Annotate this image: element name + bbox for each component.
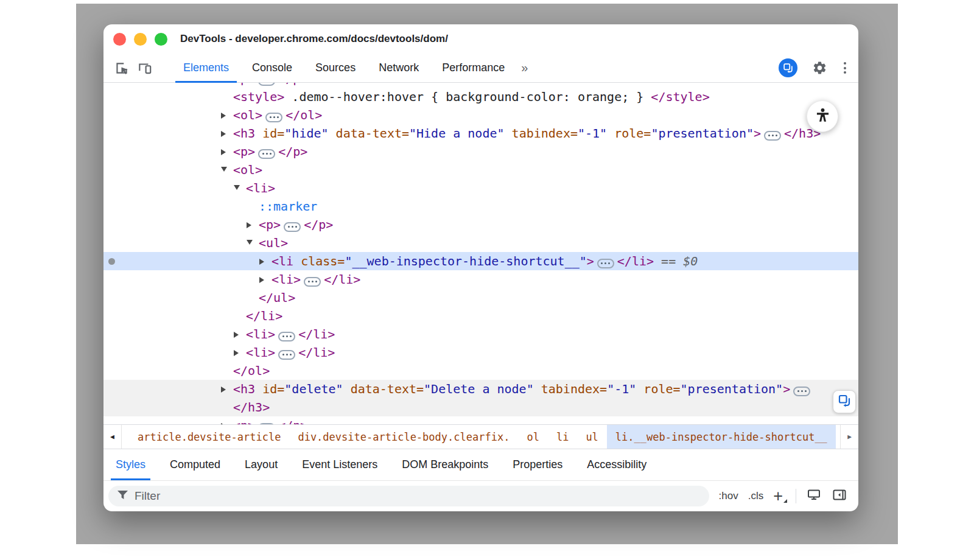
inspect-element-icon[interactable] <box>112 58 131 78</box>
dom-tree-node[interactable]: <li></li> <box>103 343 858 362</box>
more-options-icon[interactable] <box>841 60 849 76</box>
zoom-window-button[interactable] <box>155 33 167 46</box>
tab-styles[interactable]: Styles <box>103 449 158 480</box>
tab-properties[interactable]: Properties <box>500 449 575 480</box>
dom-tree-node[interactable]: <p></p> <box>103 142 858 161</box>
inline-expand-icon[interactable] <box>278 332 295 341</box>
tab-dom-breakpoints[interactable]: DOM Breakpoints <box>390 449 500 480</box>
code-token-val: "__web-inspector-hide-shortcut__" <box>345 254 586 268</box>
code-token-val: "-1" <box>578 126 607 141</box>
breadcrumb-item[interactable]: ul <box>577 425 606 449</box>
breadcrumb-item[interactable]: article.devsite-article <box>129 425 289 449</box>
breadcrumb-scroll-left-icon[interactable]: ◀ <box>103 425 122 449</box>
tab-elements[interactable]: Elements <box>172 54 240 82</box>
dom-tree-node[interactable]: <ul> <box>103 234 858 252</box>
dom-tree-node[interactable]: <h3 id="hide" data-text="Hide a node" ta… <box>103 124 858 142</box>
breadcrumb-item[interactable]: li.__web-inspector-hide-shortcut__ <box>607 425 836 449</box>
code-token-tag: </p> <box>278 83 307 86</box>
inline-expand-icon[interactable] <box>278 350 295 360</box>
inline-expand-icon[interactable] <box>597 259 614 268</box>
dom-tree-node[interactable]: <p></p> <box>103 83 858 88</box>
accessibility-fab[interactable] <box>807 100 838 132</box>
dom-tree-node[interactable]: <li class="__web-inspector-hide-shortcut… <box>103 252 858 270</box>
inline-expand-icon[interactable] <box>265 113 282 122</box>
collapse-arrow-icon[interactable] <box>234 179 246 197</box>
expand-arrow-icon[interactable] <box>234 343 246 362</box>
inline-expand-icon[interactable] <box>284 222 301 232</box>
dom-tree-node[interactable]: <h3 id="delete" data-text="Delete a node… <box>103 380 858 398</box>
code-token-tag: </li> <box>298 327 335 341</box>
tab-accessibility[interactable]: Accessibility <box>575 449 659 480</box>
inspect-mode-active-icon[interactable] <box>779 58 797 77</box>
toggle-class-button[interactable]: .cls <box>748 490 764 502</box>
dom-tree-node[interactable]: <li></li> <box>103 270 858 289</box>
tab-event-listeners[interactable]: Event Listeners <box>290 449 390 480</box>
dom-tree-node[interactable]: <li> <box>103 179 858 197</box>
window-titlebar: DevTools - developer.chrome.com/docs/dev… <box>103 24 858 54</box>
close-window-button[interactable] <box>113 33 126 46</box>
toggle-sidebar-icon[interactable] <box>832 488 847 505</box>
settings-gear-icon[interactable] <box>810 58 829 78</box>
expand-arrow-icon[interactable] <box>259 270 272 289</box>
styles-filter-field[interactable] <box>108 486 709 506</box>
code-token-tag: <style> <box>233 89 284 104</box>
dom-tree-node[interactable]: ::marker <box>103 197 858 215</box>
devtools-toolbar: ElementsConsoleSourcesNetworkPerformance… <box>103 54 858 83</box>
dom-tree-node[interactable]: </ul> <box>103 289 858 307</box>
breadcrumb-item[interactable]: div.devsite-article-body.clearfix. <box>289 425 518 449</box>
dom-tree-node[interactable]: </li> <box>103 307 858 325</box>
code-token-tag: <p> <box>233 418 255 424</box>
tab-performance[interactable]: Performance <box>430 54 516 82</box>
minimize-window-button[interactable] <box>134 33 147 46</box>
expand-arrow-icon[interactable] <box>247 215 259 234</box>
dom-tree-node[interactable]: <p></p> <box>103 215 858 234</box>
expand-arrow-icon[interactable] <box>221 416 233 424</box>
expand-arrow-icon[interactable] <box>234 325 246 343</box>
code-token-pseudo: ::marker <box>259 199 317 214</box>
inline-expand-icon[interactable] <box>258 423 275 425</box>
dom-tree-node[interactable]: </ol> <box>103 362 858 380</box>
dom-tree-node[interactable]: </h3> <box>103 398 858 416</box>
tab-layout[interactable]: Layout <box>233 449 290 480</box>
toggle-device-toolbar-icon[interactable] <box>135 58 155 78</box>
dom-tree-node[interactable]: <li></li> <box>103 325 858 343</box>
toggle-element-state-button[interactable]: :hov <box>719 490 738 502</box>
code-token-tag: <li> <box>246 345 275 360</box>
tab-sources[interactable]: Sources <box>304 54 367 82</box>
dom-tree-node[interactable]: <p></p> <box>103 416 858 424</box>
inline-expand-icon[interactable] <box>304 277 321 287</box>
expand-arrow-icon[interactable] <box>221 124 233 142</box>
toolbar-right-cluster <box>779 58 858 78</box>
inline-expand-icon[interactable] <box>764 131 781 141</box>
dom-tree-node[interactable]: <ol></ol> <box>103 106 858 124</box>
more-tabs-icon[interactable]: » <box>521 61 528 75</box>
expand-arrow-icon[interactable] <box>221 380 233 398</box>
monitor-icon[interactable] <box>806 488 822 505</box>
code-token-tag: </p> <box>278 144 307 159</box>
expand-arrow-icon[interactable] <box>221 142 233 161</box>
code-token-tag: <li> <box>272 272 301 287</box>
code-token-tag: <p> <box>259 217 281 232</box>
styles-filter-input[interactable] <box>135 489 701 503</box>
expand-arrow-icon[interactable] <box>221 106 233 124</box>
dom-tree-node[interactable]: <ol> <box>103 161 858 179</box>
breadcrumb-scroll-right-icon[interactable]: ▶ <box>840 425 858 449</box>
collapse-arrow-icon[interactable] <box>221 161 233 179</box>
dom-tree-node[interactable]: <style> .demo--hover:hover { background-… <box>103 88 858 106</box>
filter-funnel-icon <box>117 490 128 503</box>
inline-expand-icon[interactable] <box>793 387 810 396</box>
tab-computed[interactable]: Computed <box>158 449 233 480</box>
inspect-corner-fab[interactable] <box>833 390 856 413</box>
accessibility-person-icon <box>815 107 831 126</box>
collapse-arrow-icon[interactable] <box>247 234 259 252</box>
inline-expand-icon[interactable] <box>258 149 275 159</box>
new-style-rule-button[interactable]: + <box>773 490 786 502</box>
expand-arrow-icon[interactable] <box>259 252 272 270</box>
tab-console[interactable]: Console <box>240 54 304 82</box>
breadcrumb-item[interactable]: ol <box>518 425 547 449</box>
code-token-tag: <ol> <box>233 108 262 122</box>
inline-expand-icon[interactable] <box>258 83 275 86</box>
tab-network[interactable]: Network <box>367 54 430 82</box>
devtools-window: DevTools - developer.chrome.com/docs/dev… <box>103 24 858 511</box>
breadcrumb-item[interactable]: li <box>548 425 577 449</box>
